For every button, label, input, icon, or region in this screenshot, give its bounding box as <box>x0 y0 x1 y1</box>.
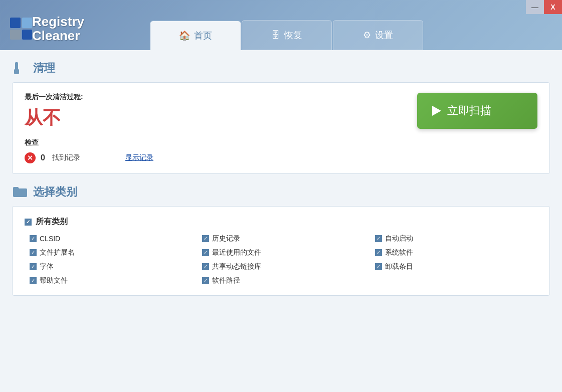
category-item[interactable]: ✓系统软件 <box>375 248 537 257</box>
logo-area: Registry Cleaner <box>0 15 140 50</box>
category-checkmark: ✓ <box>204 250 208 255</box>
svg-rect-1 <box>14 69 19 74</box>
logo-sq2 <box>22 18 33 28</box>
main-content: 清理 最后一次清洁过程: 从不 检查 ✕ 0 找到记录 显示记录 立即扫描 选择… <box>0 50 562 392</box>
category-section-title: 选择类别 <box>33 184 77 200</box>
error-icon: ✕ <box>25 152 36 163</box>
category-item[interactable]: ✓字体 <box>30 262 192 271</box>
folder-icon <box>12 184 28 200</box>
logo-line2: Cleaner <box>32 29 84 43</box>
scan-button[interactable]: 立即扫描 <box>417 93 537 129</box>
check-result: ✕ 0 找到记录 显示记录 <box>25 152 397 163</box>
category-checkmark: ✓ <box>31 278 35 283</box>
category-checkmark: ✓ <box>204 236 208 241</box>
show-records-link[interactable]: 显示记录 <box>125 153 153 162</box>
check-label: 检查 <box>25 138 397 147</box>
category-label: 字体 <box>40 262 54 271</box>
category-checkmark: ✓ <box>31 250 35 255</box>
clean-panel: 最后一次清洁过程: 从不 检查 ✕ 0 找到记录 显示记录 立即扫描 <box>12 82 550 174</box>
category-checkbox[interactable]: ✓ <box>202 235 209 242</box>
category-item[interactable]: ✓CLSID <box>30 234 192 243</box>
category-item[interactable]: ✓最近使用的文件 <box>202 248 364 257</box>
logo-sq3 <box>10 30 21 40</box>
home-icon: 🏠 <box>179 30 190 41</box>
category-checkmark: ✓ <box>31 236 35 241</box>
all-categories-checkmark: ✓ <box>26 220 30 225</box>
category-checkmark: ✓ <box>31 264 35 269</box>
restore-icon: 🗄 <box>271 30 280 41</box>
tab-home-label: 首页 <box>194 30 212 42</box>
tab-restore[interactable]: 🗄 恢复 <box>242 20 332 50</box>
logo-sq1 <box>10 18 21 28</box>
play-icon <box>432 106 441 116</box>
all-categories-checkbox[interactable]: ✓ <box>25 219 32 226</box>
category-checkbox[interactable]: ✓ <box>30 249 37 256</box>
category-checkbox[interactable]: ✓ <box>202 277 209 284</box>
category-checkmark: ✓ <box>377 250 381 255</box>
category-checkbox[interactable]: ✓ <box>30 263 37 270</box>
header: Registry Cleaner 🏠 首页 🗄 恢复 ⚙ 设置 <box>0 0 562 50</box>
logo-icon <box>10 18 32 40</box>
category-label: 最近使用的文件 <box>212 248 261 257</box>
titlebar: — X <box>526 0 562 14</box>
category-item[interactable]: ✓文件扩展名 <box>30 248 192 257</box>
scan-button-label: 立即扫描 <box>447 103 491 118</box>
category-item[interactable]: ✓共享动态链接库 <box>202 262 364 271</box>
settings-icon: ⚙ <box>363 30 371 41</box>
category-checkbox[interactable]: ✓ <box>375 249 382 256</box>
last-clean-value: 从不 <box>25 106 397 130</box>
broom-icon <box>12 60 28 76</box>
logo-text: Registry Cleaner <box>32 15 84 43</box>
category-label: 卸载条目 <box>385 262 413 271</box>
category-label: 共享动态链接库 <box>212 262 261 271</box>
svg-rect-0 <box>15 62 18 70</box>
category-panel: ✓ 所有类别 ✓CLSID✓历史记录✓自动启动✓文件扩展名✓最近使用的文件✓系统… <box>12 206 550 296</box>
category-item[interactable]: ✓帮助文件 <box>30 276 192 285</box>
minimize-button[interactable]: — <box>526 0 544 14</box>
category-item[interactable]: ✓卸载条目 <box>375 262 537 271</box>
category-checkbox[interactable]: ✓ <box>30 235 37 242</box>
category-section-header: 选择类别 <box>12 184 550 200</box>
category-checkmark: ✓ <box>377 236 381 241</box>
found-text: 找到记录 <box>52 153 80 162</box>
tab-bar: 🏠 首页 🗄 恢复 ⚙ 设置 <box>140 20 562 50</box>
category-label: 文件扩展名 <box>40 248 75 257</box>
category-checkbox[interactable]: ✓ <box>30 277 37 284</box>
tab-restore-label: 恢复 <box>284 29 302 41</box>
clean-section-header: 清理 <box>12 60 550 76</box>
categories-grid: ✓CLSID✓历史记录✓自动启动✓文件扩展名✓最近使用的文件✓系统软件✓字体✓共… <box>25 234 537 285</box>
category-checkmark: ✓ <box>204 264 208 269</box>
category-label: 帮助文件 <box>40 276 68 285</box>
category-label: 系统软件 <box>385 248 413 257</box>
logo-sq4 <box>22 30 33 40</box>
last-clean-label: 最后一次清洁过程: <box>25 93 397 102</box>
all-categories-row: ✓ 所有类别 <box>25 217 537 227</box>
category-item[interactable]: ✓软件路径 <box>202 276 364 285</box>
clean-info: 最后一次清洁过程: 从不 检查 ✕ 0 找到记录 显示记录 <box>25 93 397 163</box>
category-label: CLSID <box>40 235 60 243</box>
tab-settings[interactable]: ⚙ 设置 <box>333 20 423 50</box>
category-item[interactable]: ✓自动启动 <box>375 234 537 243</box>
category-label: 自动启动 <box>385 234 413 243</box>
category-checkbox[interactable]: ✓ <box>375 235 382 242</box>
category-checkbox[interactable]: ✓ <box>202 249 209 256</box>
clean-section-title: 清理 <box>33 61 55 76</box>
category-checkbox[interactable]: ✓ <box>375 263 382 270</box>
close-button[interactable]: X <box>544 0 562 14</box>
category-label: 历史记录 <box>212 234 240 243</box>
tab-home[interactable]: 🏠 首页 <box>150 20 241 50</box>
category-checkmark: ✓ <box>204 278 208 283</box>
all-categories-label: 所有类别 <box>36 217 68 227</box>
logo-line1: Registry <box>32 15 84 29</box>
found-count: 0 <box>41 153 45 162</box>
category-item[interactable]: ✓历史记录 <box>202 234 364 243</box>
category-checkbox[interactable]: ✓ <box>202 263 209 270</box>
category-label: 软件路径 <box>212 276 240 285</box>
tab-settings-label: 设置 <box>375 29 393 41</box>
category-checkmark: ✓ <box>377 264 381 269</box>
